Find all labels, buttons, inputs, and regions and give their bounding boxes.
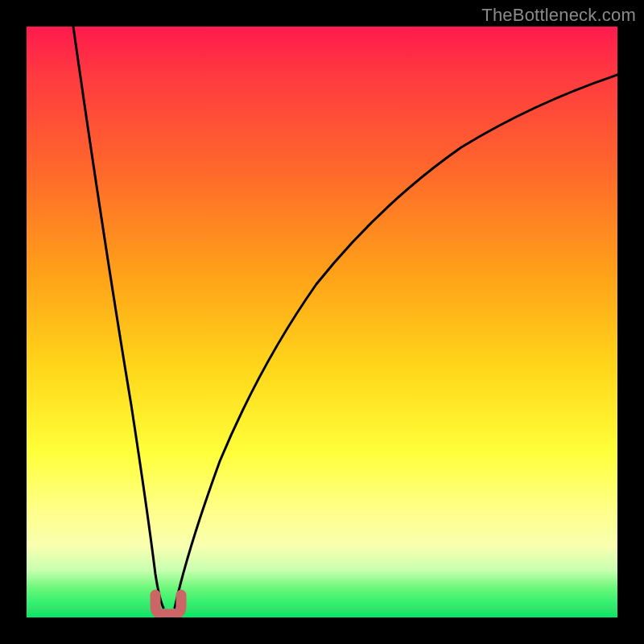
watermark-text: TheBottleneck.com — [481, 5, 636, 26]
plot-area — [27, 27, 617, 617]
bottleneck-curve — [27, 27, 617, 617]
chart-frame: TheBottleneck.com — [0, 0, 644, 644]
optimal-region-marker — [155, 595, 181, 614]
